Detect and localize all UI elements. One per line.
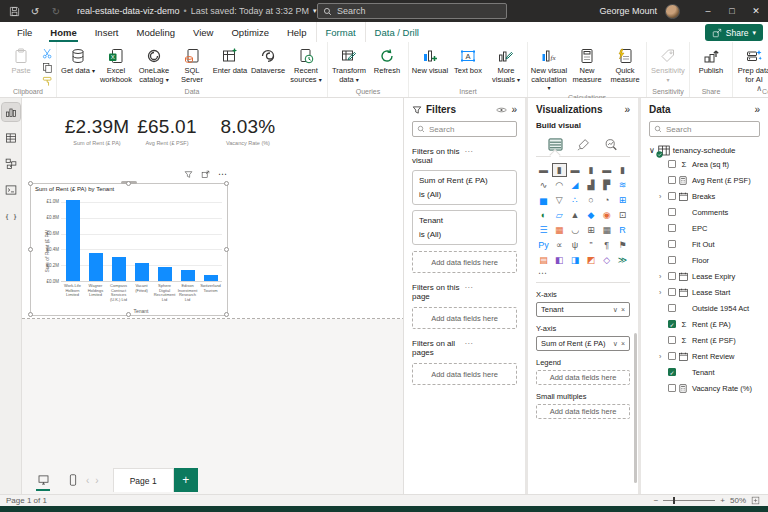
stacked-bar-chart-icon[interactable]: ▬ [536, 163, 551, 177]
clustered-bar-chart-icon[interactable]: ▬ [568, 163, 583, 177]
bar-chart-visual[interactable]: ⋯ Sum of Rent (£ PA) by Tenant Sum of Re… [30, 183, 228, 316]
paste-button[interactable]: Paste [2, 44, 40, 76]
ribbon-tab-format[interactable]: Format [316, 22, 365, 42]
100-stacked-bar-chart-icon[interactable]: ▬ [599, 163, 614, 177]
field-row[interactable]: Fit Out [649, 236, 760, 252]
field-row[interactable]: ΣArea (sq ft) [649, 156, 760, 172]
undo-icon[interactable]: ↺ [28, 4, 42, 18]
azure-map-icon[interactable]: ◆ [583, 208, 598, 222]
ribbon-tab-modeling[interactable]: Modeling [127, 22, 184, 42]
collapse-visualizations-icon[interactable]: » [624, 104, 630, 115]
paginated-report-icon[interactable]: ▤ [536, 253, 551, 267]
metrics-icon[interactable]: ⚑ [615, 238, 630, 252]
onelake-catalog-button[interactable]: OneLake catalog ▾ [135, 44, 173, 84]
report-canvas[interactable]: £2.39MSum of Rent (£ PA)£65.01Avg Rent (… [22, 98, 425, 494]
resize-handle[interactable] [224, 312, 229, 317]
ribbon-tab-help[interactable]: Help [278, 22, 316, 42]
remove-field-icon[interactable]: × [621, 306, 625, 313]
get-data-button[interactable]: Get data ▾ [59, 44, 97, 76]
field-checkbox[interactable] [668, 288, 676, 296]
field-row[interactable]: EPC [649, 220, 760, 236]
tmdl-view-button[interactable]: { } [2, 207, 20, 225]
filter-card[interactable]: Tenantis (All) [412, 210, 517, 245]
map-icon[interactable]: ◐ [536, 208, 551, 222]
text-box-button[interactable]: AText box [449, 44, 487, 76]
resize-handle[interactable] [28, 181, 33, 186]
desktop-layout-icon[interactable] [34, 471, 52, 489]
field-row[interactable]: ›Rent Review [649, 348, 760, 364]
model-view-button[interactable] [2, 155, 20, 173]
excel-workbook-button[interactable]: XExcel workbook [97, 44, 135, 84]
field-checkbox[interactable] [668, 304, 676, 312]
add-data-fields-dropzone[interactable]: Add data fields here [536, 370, 630, 385]
r-script-visual-icon[interactable]: R [615, 223, 630, 237]
get-more-visuals-icon[interactable]: ≫ [615, 253, 630, 267]
report-view-button[interactable] [2, 103, 20, 121]
kpi-card[interactable]: £65.01Avg Rent (£ PSF) [137, 116, 196, 146]
cut-icon[interactable] [40, 47, 54, 59]
add-page-button[interactable]: + [174, 468, 198, 492]
field-row[interactable]: ›Lease Start [649, 284, 760, 300]
field-row[interactable]: Outside 1954 Act [649, 300, 760, 316]
enter-data-button[interactable]: Enter data [211, 44, 249, 76]
chart-bar[interactable] [204, 275, 218, 281]
chart-bar[interactable] [89, 253, 103, 281]
next-page-icon[interactable]: › [95, 475, 98, 486]
new-measure-button[interactable]: New measure [568, 44, 606, 84]
zoom-out-icon[interactable]: − [654, 496, 659, 505]
eye-icon[interactable] [496, 106, 507, 114]
stacked-column-chart-icon[interactable]: ▮ [552, 163, 567, 177]
collapse-ribbon-icon[interactable]: ∧ [756, 84, 762, 93]
quick-measure-button[interactable]: Quick measure [606, 44, 644, 84]
resize-handle[interactable] [126, 312, 131, 317]
filled-map-icon[interactable]: ▱ [552, 208, 567, 222]
resize-handle[interactable] [224, 247, 229, 252]
redo-icon[interactable]: ↻ [49, 4, 63, 18]
area-chart-icon[interactable]: ◠ [552, 178, 567, 192]
kpi-card[interactable]: £2.39MSum of Rent (£ PA) [65, 116, 130, 146]
resize-handle[interactable] [224, 181, 229, 186]
ribbon-chart-icon[interactable]: ≋ [615, 178, 630, 192]
filters-search-input[interactable] [429, 125, 509, 134]
field-pill[interactable]: Sum of Rent (£ PA)∨× [536, 336, 630, 351]
refresh-button[interactable]: Refresh [368, 44, 406, 76]
more-options-icon[interactable]: ⋯ [465, 283, 518, 301]
field-row[interactable]: ΣRent (£ PSF) [649, 332, 760, 348]
field-checkbox[interactable] [668, 176, 676, 184]
close-button[interactable]: ✕ [744, 0, 768, 22]
build-visual-tab[interactable] [544, 134, 566, 154]
global-search[interactable] [317, 3, 507, 19]
line-and-clustered-column-chart-icon[interactable]: ▛ [599, 178, 614, 192]
minimize-button[interactable]: – [696, 0, 720, 22]
more-options-icon[interactable]: ⋯ [218, 169, 227, 179]
field-row[interactable]: ›Breaks [649, 188, 760, 204]
field-checkbox[interactable] [668, 160, 676, 168]
new-visual-calculation-button[interactable]: fxNew visual calculation ▾ [530, 44, 568, 93]
line-and-stacked-column-chart-icon[interactable]: ▟ [583, 178, 598, 192]
matrix-icon[interactable]: ▦ [599, 223, 614, 237]
field-row[interactable]: Vacancy Rate (%) [649, 380, 760, 396]
resize-handle[interactable] [126, 181, 131, 186]
focus-mode-icon[interactable] [201, 170, 210, 179]
qa-visual-icon[interactable]: ” [583, 238, 598, 252]
add-data-fields-dropzone[interactable]: Add data fields here [412, 363, 517, 385]
data-search[interactable] [649, 121, 760, 137]
clustered-column-chart-icon[interactable]: ▮ [583, 163, 598, 177]
field-checkbox[interactable]: ✓ [668, 368, 676, 376]
field-row[interactable]: ✓ΣRent (£ PA) [649, 316, 760, 332]
smart-narrative-icon[interactable]: ¶ [599, 238, 614, 252]
donut-chart-icon[interactable]: ◔ [599, 193, 614, 207]
report-page[interactable]: £2.39MSum of Rent (£ PA)£65.01Avg Rent (… [22, 98, 425, 319]
chevron-down-icon[interactable]: ∨ [613, 306, 618, 314]
add-data-fields-dropzone[interactable]: Add data fields here [412, 251, 517, 273]
arcgis-map-icon[interactable]: ◉ [599, 208, 614, 222]
prep-data-for-ai-button[interactable]: Prep data for AI [735, 44, 768, 84]
shape-map-icon[interactable]: ▲ [568, 208, 583, 222]
more-options-icon[interactable]: ⋯ [465, 339, 518, 357]
data-search-input[interactable] [666, 125, 746, 134]
field-row[interactable]: ›Lease Expiry [649, 268, 760, 284]
mobile-layout-icon[interactable] [64, 471, 82, 489]
ribbon-tab-view[interactable]: View [184, 22, 222, 42]
field-checkbox[interactable]: ✓ [668, 320, 676, 328]
field-checkbox[interactable] [668, 256, 676, 264]
